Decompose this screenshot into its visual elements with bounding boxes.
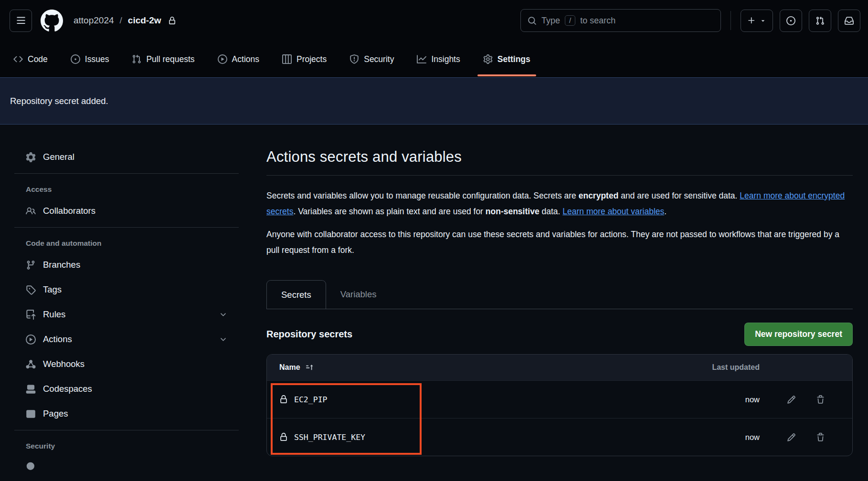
breadcrumb-repo-link[interactable]: cicd-2w xyxy=(128,15,161,26)
pull-requests-dashboard-button[interactable] xyxy=(809,10,831,32)
delete-secret-button[interactable] xyxy=(814,431,827,444)
edit-secret-button[interactable] xyxy=(785,431,798,444)
tab-security[interactable]: Security xyxy=(344,41,400,77)
secret-name: EC2_PIP xyxy=(294,395,328,404)
lock-icon xyxy=(279,395,288,404)
tab-label: Pull requests xyxy=(146,54,194,64)
hamburger-menu-button[interactable] xyxy=(10,10,32,32)
tab-settings[interactable]: Settings xyxy=(477,41,536,77)
sidebar-item-label: Codespaces xyxy=(43,383,92,395)
trash-icon xyxy=(816,433,825,442)
sidebar-item-pages[interactable]: Pages xyxy=(14,401,239,426)
git-branch-icon xyxy=(26,260,36,270)
graph-icon xyxy=(417,54,426,64)
three-bars-icon xyxy=(16,16,26,25)
sidebar-item-security-clipped[interactable] xyxy=(14,455,239,478)
sidebar-divider xyxy=(14,173,239,174)
intro-paragraph: Secrets and variables allow you to manag… xyxy=(266,188,853,220)
pencil-icon xyxy=(787,433,796,442)
secret-row: SSH_PRIVATE_KEY now xyxy=(267,418,852,456)
project-icon xyxy=(282,54,292,64)
gear-icon xyxy=(483,54,493,64)
intro-text: . xyxy=(664,207,667,216)
browser-icon xyxy=(26,409,36,419)
private-repo-lock-icon xyxy=(168,17,176,25)
delete-secret-button[interactable] xyxy=(814,393,827,406)
sidebar-section-code-and-automation: Code and automation xyxy=(14,231,239,252)
tab-pull-requests[interactable]: Pull requests xyxy=(126,41,200,77)
new-repository-secret-button[interactable]: New repository secret xyxy=(744,323,853,346)
secrets-table-header: Name Last updated xyxy=(267,355,852,380)
tab-issues[interactable]: Issues xyxy=(65,41,115,77)
sidebar-item-label: Rules xyxy=(43,308,65,321)
play-icon xyxy=(26,335,36,345)
sort-ascending-icon[interactable] xyxy=(305,363,314,372)
tab-secrets[interactable]: Secrets xyxy=(266,280,326,309)
tab-insights[interactable]: Insights xyxy=(411,41,466,77)
sidebar-item-collaborators[interactable]: Collaborators xyxy=(14,199,239,223)
codespaces-icon xyxy=(26,384,36,394)
sidebar-item-rules[interactable]: Rules xyxy=(14,302,239,327)
issues-dashboard-button[interactable] xyxy=(780,10,802,32)
intro-text: data. xyxy=(540,207,563,216)
breadcrumb-owner-link[interactable]: attop2024 xyxy=(74,15,114,26)
tab-variables[interactable]: Variables xyxy=(326,280,391,309)
tab-actions[interactable]: Actions xyxy=(212,41,265,77)
tab-label: Issues xyxy=(85,54,109,64)
edit-secret-button[interactable] xyxy=(785,393,798,406)
settings-layout: General Access Collaborators Code and au… xyxy=(0,125,868,481)
intro-text: . Variables are shown as plain text and … xyxy=(293,207,485,216)
sidebar-item-codespaces[interactable]: Codespaces xyxy=(14,376,239,401)
secrets-variables-tabnav: Secrets Variables xyxy=(266,280,853,309)
chevron-down-icon[interactable] xyxy=(219,311,227,319)
tab-projects[interactable]: Projects xyxy=(276,41,332,77)
sidebar-item-webhooks[interactable]: Webhooks xyxy=(14,352,239,376)
sidebar-item-actions[interactable]: Actions xyxy=(14,327,239,352)
triangle-down-icon xyxy=(760,17,766,24)
sidebar-section-security: Security xyxy=(14,434,239,455)
tab-label: Projects xyxy=(296,54,327,64)
sidebar-divider xyxy=(14,430,239,430)
flash-banner: Repository secret added. xyxy=(0,77,868,125)
inbox-button[interactable] xyxy=(838,10,860,32)
sidebar-item-label: Tags xyxy=(43,283,62,296)
global-header: attop2024 / cicd-2w Type / to search xyxy=(0,0,868,41)
page-title: Actions secrets and variables xyxy=(266,148,853,166)
tab-label: Settings xyxy=(498,54,530,64)
repository-secrets-header: Repository secrets New repository secret xyxy=(266,323,853,346)
sidebar-item-label: Branches xyxy=(43,259,80,271)
lock-icon xyxy=(279,433,288,441)
repository-secrets-title: Repository secrets xyxy=(266,329,352,340)
shield-icon xyxy=(349,54,359,64)
breadcrumb-separator: / xyxy=(120,15,122,26)
tab-label: Security xyxy=(364,54,394,64)
chevron-down-icon[interactable] xyxy=(219,335,227,344)
inbox-icon xyxy=(845,16,854,25)
sidebar-item-branches[interactable]: Branches xyxy=(14,252,239,277)
intro-bold-encrypted: encrypted xyxy=(579,191,619,200)
sidebar-item-general[interactable]: General xyxy=(14,145,239,169)
sidebar-item-label: Actions xyxy=(43,333,72,345)
people-icon xyxy=(26,206,36,216)
issue-opened-icon xyxy=(786,16,795,25)
tab-label: Insights xyxy=(431,54,460,64)
tab-code[interactable]: Code xyxy=(8,41,53,77)
sidebar-item-label: Webhooks xyxy=(43,358,85,370)
create-new-button[interactable] xyxy=(741,10,773,32)
pencil-icon xyxy=(787,395,796,404)
flash-message: Repository secret added. xyxy=(10,96,108,106)
sidebar-item-tags[interactable]: Tags xyxy=(14,277,239,302)
variables-link[interactable]: Learn more about variables xyxy=(562,207,664,216)
secret-row-actions xyxy=(760,431,840,444)
github-logo[interactable] xyxy=(41,10,63,32)
tab-label: Code xyxy=(28,54,48,64)
repo-push-icon xyxy=(26,310,36,320)
tag-icon xyxy=(26,285,36,295)
name-column-header: Name xyxy=(279,363,710,372)
secrets-table: Name Last updated EC2_PIP now xyxy=(266,354,853,456)
codescan-icon xyxy=(26,461,36,471)
sidebar-item-label: Collaborators xyxy=(43,205,95,217)
git-pull-request-icon xyxy=(815,16,825,25)
global-search-input[interactable]: Type / to search xyxy=(520,9,721,32)
webhook-icon xyxy=(26,359,36,369)
